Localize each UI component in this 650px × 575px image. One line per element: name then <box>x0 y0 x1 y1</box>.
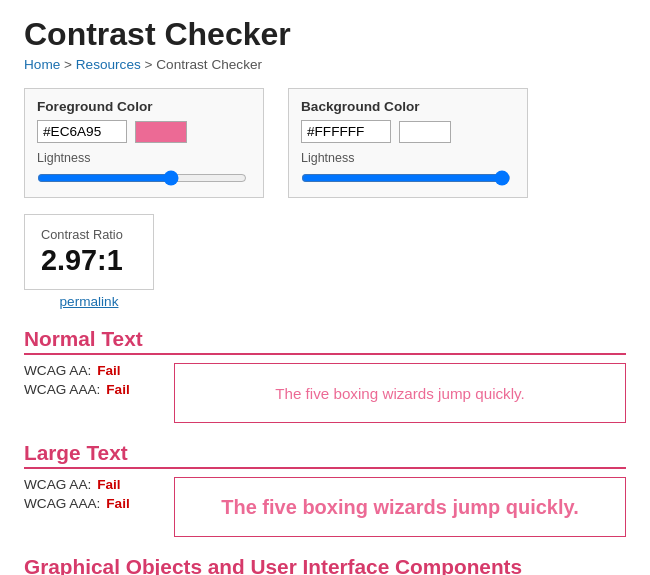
graphical-section: Graphical Objects and User Interface Com… <box>24 555 626 575</box>
normal-wcag-aaa-label: WCAG AAA: <box>24 382 100 397</box>
color-inputs-section: Foreground Color Lightness Background Co… <box>24 88 626 198</box>
background-label: Background Color <box>301 99 515 114</box>
large-text-preview-box: The five boxing wizards jump quickly. <box>174 477 626 537</box>
foreground-hex-input[interactable] <box>37 120 127 143</box>
normal-wcag-aa-label: WCAG AA: <box>24 363 91 378</box>
large-wcag-aaa-label: WCAG AAA: <box>24 496 100 511</box>
foreground-label: Foreground Color <box>37 99 251 114</box>
large-wcag-aa-label: WCAG AA: <box>24 477 91 492</box>
normal-text-preview-box: The five boxing wizards jump quickly. <box>174 363 626 423</box>
background-swatch[interactable] <box>399 121 451 143</box>
large-wcag-aa-result: Fail <box>97 477 120 492</box>
large-wcag-aaa-result: Fail <box>106 496 129 511</box>
graphical-title: Graphical Objects and User Interface Com… <box>24 555 626 575</box>
foreground-lightness-slider[interactable] <box>37 173 247 183</box>
breadcrumb-current: Contrast Checker <box>156 57 262 72</box>
foreground-swatch[interactable] <box>135 121 187 143</box>
large-text-result-row: WCAG AA: Fail WCAG AAA: Fail The five bo… <box>24 477 626 537</box>
breadcrumb-resources[interactable]: Resources <box>76 57 141 72</box>
normal-wcag-aaa-result: Fail <box>106 382 129 397</box>
normal-text-title: Normal Text <box>24 327 626 355</box>
normal-text-preview: The five boxing wizards jump quickly. <box>275 385 525 402</box>
large-text-section: Large Text WCAG AA: Fail WCAG AAA: Fail … <box>24 441 626 537</box>
background-lightness-label: Lightness <box>301 151 515 165</box>
background-hex-input[interactable] <box>301 120 391 143</box>
normal-text-result-row: WCAG AA: Fail WCAG AAA: Fail The five bo… <box>24 363 626 423</box>
background-color-box: Background Color Lightness <box>288 88 528 198</box>
normal-text-labels: WCAG AA: Fail WCAG AAA: Fail <box>24 363 154 423</box>
large-text-preview: The five boxing wizards jump quickly. <box>221 496 578 519</box>
breadcrumb-home[interactable]: Home <box>24 57 60 72</box>
contrast-ratio-value: 2.97:1 <box>41 244 137 277</box>
large-text-title: Large Text <box>24 441 626 469</box>
normal-wcag-aa-result: Fail <box>97 363 120 378</box>
contrast-ratio-label: Contrast Ratio <box>41 227 137 242</box>
foreground-color-box: Foreground Color Lightness <box>24 88 264 198</box>
contrast-ratio-box: Contrast Ratio 2.97:1 <box>24 214 154 290</box>
breadcrumb: Home > Resources > Contrast Checker <box>24 57 626 72</box>
foreground-lightness-label: Lightness <box>37 151 251 165</box>
permalink-link[interactable]: permalink <box>24 294 154 309</box>
page-title: Contrast Checker <box>24 16 626 53</box>
normal-text-section: Normal Text WCAG AA: Fail WCAG AAA: Fail… <box>24 327 626 423</box>
background-lightness-slider[interactable] <box>301 173 511 183</box>
large-text-labels: WCAG AA: Fail WCAG AAA: Fail <box>24 477 154 537</box>
